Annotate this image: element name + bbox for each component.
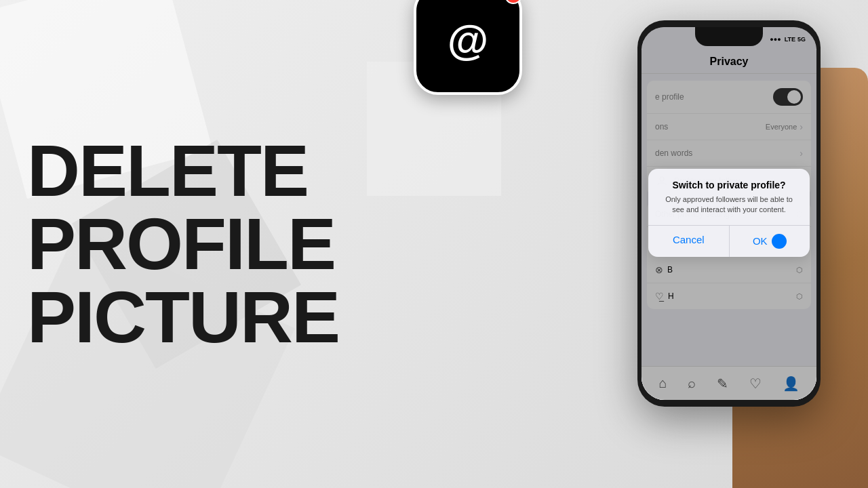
title-line-2: PROFILE (27, 207, 339, 281)
cancel-label: Cancel (673, 234, 705, 245)
switch-profile-dialog: Switch to private profile? Only approved… (648, 169, 810, 257)
dialog-message: Only approved followers will be able to … (648, 195, 810, 225)
svg-text:@: @ (448, 16, 488, 63)
phone-frame: ●●● LTE 5G Privacy e profile (637, 20, 821, 407)
ok-label: OK (753, 235, 768, 247)
title-line-1: DELETE (27, 134, 339, 207)
phone-screen: ●●● LTE 5G Privacy e profile (642, 27, 816, 400)
left-text-section: DELETE PROFILE PICTURE (27, 134, 339, 354)
ok-circle-icon (772, 234, 787, 249)
title-line-3: PICTURE (27, 281, 339, 354)
ok-button[interactable]: OK (730, 226, 810, 257)
notification-badge (505, 0, 522, 4)
app-icon-container: @ (414, 0, 522, 95)
threads-app-icon: @ (414, 0, 522, 95)
phone-container: ●●● LTE 5G Privacy e profile (597, 14, 841, 474)
cancel-button[interactable]: Cancel (648, 226, 730, 257)
right-section: @ ●●● LTE 5G (407, 0, 868, 488)
threads-logo-svg: @ (437, 10, 498, 71)
dialog-buttons: Cancel OK (648, 225, 810, 257)
dialog-title: Switch to private profile? (648, 169, 810, 195)
